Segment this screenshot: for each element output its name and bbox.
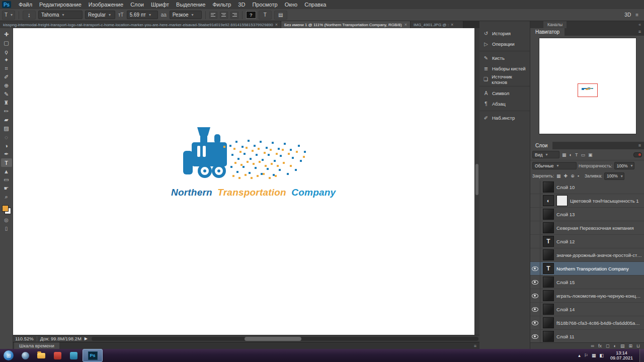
foreground-color-swatch[interactable] xyxy=(2,205,9,212)
menu-edit[interactable]: Редактирование xyxy=(36,0,85,9)
quick-mask-icon[interactable]: ◎ xyxy=(4,217,9,223)
menu-view[interactable]: Просмотр xyxy=(249,0,281,9)
quick-selection-tool[interactable]: ✦ xyxy=(1,56,12,64)
layer-visibility-toggle[interactable] xyxy=(530,180,540,194)
hand-tool[interactable]: ☛ xyxy=(1,184,12,193)
align-center-button[interactable] xyxy=(220,12,228,19)
layer-row[interactable]: Слой 10 xyxy=(530,180,644,194)
layer-row[interactable]: Слой 14 xyxy=(530,303,644,316)
layer-visibility-toggle[interactable] xyxy=(530,330,540,343)
new-group-icon[interactable]: ▤ xyxy=(620,343,625,348)
opacity-field[interactable]: 100% xyxy=(614,162,634,169)
layer-thumbnail[interactable] xyxy=(543,304,554,315)
anti-alias-select[interactable]: Резкое xyxy=(170,11,202,19)
layer-filter-toggle[interactable] xyxy=(633,152,642,157)
taskbar-photoshop-button[interactable]: Ps xyxy=(83,349,103,362)
filter-type-layers-icon[interactable]: T xyxy=(575,152,579,157)
tray-volume-icon[interactable]: ◧ xyxy=(599,353,604,358)
layer-thumbnail[interactable] xyxy=(543,209,554,220)
layer-filter-select[interactable]: Вид xyxy=(532,151,559,158)
panel-button-clone-source[interactable]: ❏Источник клонов xyxy=(479,74,530,84)
align-right-button[interactable] xyxy=(230,12,238,19)
layer-row[interactable]: f518b768-cfa3-4c86-b4d9-cfa6dd05aca7 xyxy=(530,316,644,330)
gradient-tool[interactable]: ▨ xyxy=(1,124,12,133)
layer-visibility-toggle[interactable] xyxy=(530,208,540,221)
add-mask-icon[interactable]: ◻ xyxy=(606,343,609,348)
navigator-tab[interactable]: Навигатор xyxy=(530,28,565,36)
panel-button-character[interactable]: AСимвол xyxy=(479,86,530,99)
layer-visibility-toggle[interactable] xyxy=(530,221,540,234)
layer-thumbnail[interactable] xyxy=(543,317,554,328)
fill-field[interactable]: 100% xyxy=(604,172,624,180)
blend-mode-select[interactable]: Обычные xyxy=(532,162,577,169)
vertical-scrollbar[interactable] xyxy=(474,28,479,335)
shape-tool[interactable]: ▭ xyxy=(1,175,12,184)
tray-flag-icon[interactable]: ⚐ xyxy=(584,353,588,358)
filter-adjustment-layers-icon[interactable]: ◐ xyxy=(569,152,573,157)
filter-smart-objects-icon[interactable]: ▣ xyxy=(588,152,593,157)
layer-visibility-toggle[interactable] xyxy=(530,303,540,316)
font-style-select[interactable]: Regular xyxy=(85,11,115,19)
layer-visibility-toggle[interactable] xyxy=(530,194,540,207)
close-tab-icon[interactable] xyxy=(405,22,407,27)
layer-thumbnail[interactable] xyxy=(543,182,554,193)
zoom-tool[interactable]: ⌕ xyxy=(1,193,12,201)
layer-row[interactable]: Слой 12 xyxy=(530,235,644,248)
menu-layers[interactable]: Слои xyxy=(127,0,147,9)
layer-visibility-toggle[interactable] xyxy=(530,276,540,289)
timeline-tab[interactable]: Шкала времени xyxy=(14,342,59,349)
taskbar-clock[interactable]: 13:14 09.07.2021 xyxy=(610,350,633,361)
path-selection-tool[interactable]: ▲ xyxy=(1,167,12,175)
document-tab-untitled[interactable]: Без имени 1 @ 111% (Northern Transportat… xyxy=(281,21,411,28)
new-adjustment-layer-icon[interactable]: ◐ xyxy=(613,343,616,348)
panel-button-actions[interactable]: ▷Операции xyxy=(479,39,530,49)
eyedropper-tool[interactable]: ✐ xyxy=(1,73,12,81)
layer-visibility-toggle[interactable] xyxy=(530,235,540,248)
brush-tool[interactable]: ✎ xyxy=(1,90,12,99)
blur-tool[interactable]: ◌ xyxy=(1,133,12,141)
layer-visibility-toggle[interactable] xyxy=(530,248,540,261)
color-swatches[interactable] xyxy=(2,205,11,214)
menu-filter[interactable]: Фильтр xyxy=(209,0,234,9)
layer-row-selected[interactable]: Northern Transportation Company xyxy=(530,262,644,276)
workspace-switcher[interactable]: 3D xyxy=(624,12,631,18)
lock-pixels-icon[interactable]: ✚ xyxy=(564,173,569,178)
taskbar-app-blue-icon[interactable] xyxy=(66,349,81,361)
start-button[interactable]: ⊞ xyxy=(4,350,14,360)
show-desktop-button[interactable] xyxy=(639,349,644,362)
horizontal-scrollbar-thumb[interactable] xyxy=(245,337,301,341)
taskbar-explorer-icon[interactable] xyxy=(34,349,49,361)
crop-tool[interactable]: ⌗ xyxy=(1,64,12,73)
text-orientation-button[interactable]: ↨ xyxy=(23,11,36,20)
panel-button-history[interactable]: ↺История xyxy=(479,28,530,39)
canvas[interactable]: Northern Transportation Company xyxy=(13,28,479,335)
taskbar-app-red-icon[interactable] xyxy=(50,349,65,361)
move-tool[interactable]: ✚ xyxy=(1,30,12,39)
channels-tab[interactable]: Каналы xyxy=(543,21,567,28)
horizontal-scrollbar[interactable] xyxy=(92,337,478,341)
layer-visibility-toggle[interactable] xyxy=(530,262,540,275)
history-brush-tool[interactable]: ✏ xyxy=(1,107,12,116)
collapse-panels-icon[interactable]: « xyxy=(638,22,641,27)
menu-type[interactable]: Шрифт xyxy=(147,0,173,9)
screen-mode-icon[interactable]: ▯ xyxy=(5,226,8,231)
type-tool[interactable]: T xyxy=(1,158,12,167)
layer-effects-icon[interactable]: fx xyxy=(598,343,602,348)
lasso-tool[interactable]: ϙ xyxy=(1,47,12,56)
marquee-tool[interactable]: ▢ xyxy=(1,39,12,47)
panel-button-tool-presets[interactable]: ✐Наб.инстр xyxy=(479,111,530,123)
lock-all-icon[interactable]: ▪ xyxy=(577,173,580,178)
adjustment-layer-icon[interactable] xyxy=(543,195,554,206)
eraser-tool[interactable]: ▰ xyxy=(1,116,12,124)
filter-pixel-layers-icon[interactable]: ▦ xyxy=(561,152,567,157)
text-layer-thumbnail[interactable] xyxy=(543,236,554,247)
layer-row[interactable]: Слой 11 xyxy=(530,330,644,343)
layer-thumbnail[interactable] xyxy=(543,331,554,342)
panel-button-paragraph[interactable]: ¶Абзац xyxy=(479,99,530,109)
text-color-swatch[interactable]: ? xyxy=(246,11,256,19)
zoom-level-field[interactable]: 110.52% xyxy=(15,336,34,341)
layer-row[interactable]: Слой 15 xyxy=(530,276,644,289)
menu-help[interactable]: Справка xyxy=(301,0,330,9)
vertical-scrollbar-thumb[interactable] xyxy=(475,164,478,195)
document-tab-kisspng[interactable]: kisspng-intermodal-freight-transport-log… xyxy=(0,21,281,28)
